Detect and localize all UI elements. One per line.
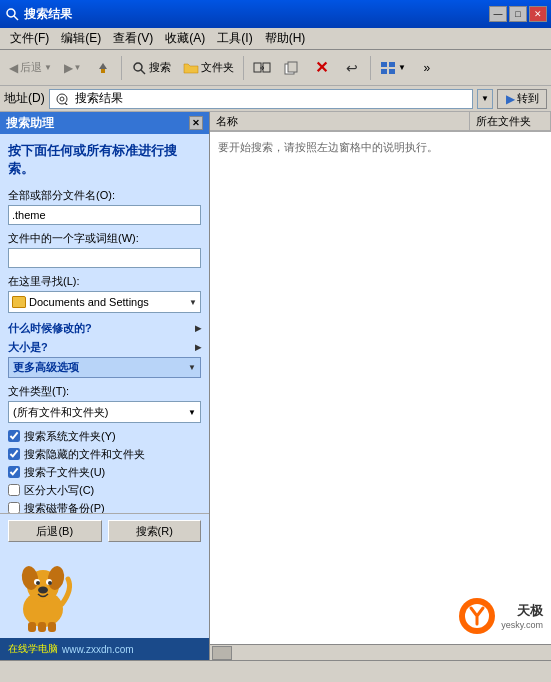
delete-icon: ✕: [315, 58, 328, 77]
checkbox-subfolders-input[interactable]: [8, 466, 20, 478]
location-label: 在这里寻找(L):: [8, 274, 201, 289]
address-dropdown-button[interactable]: ▼: [477, 89, 493, 109]
menu-favorites[interactable]: 收藏(A): [159, 28, 211, 49]
svg-rect-27: [48, 622, 56, 632]
toolbar: ◀ 后退 ▼ ▶ ▼ 搜索 文件夹: [0, 50, 551, 86]
svg-point-13: [57, 94, 67, 104]
address-input[interactable]: 搜索结果: [49, 89, 473, 109]
checkbox-system-files: 搜索系统文件夹(Y): [8, 429, 201, 444]
menu-file[interactable]: 文件(F): [4, 28, 55, 49]
location-value: Documents and Settings: [29, 296, 149, 308]
filetype-dropdown-icon: ▼: [188, 408, 196, 417]
checkbox-tape-backup-input[interactable]: [8, 502, 20, 513]
more-options-section[interactable]: 更多高级选项 ▼: [8, 357, 201, 378]
svg-rect-12: [389, 69, 395, 74]
up-button[interactable]: [89, 54, 117, 82]
checkbox-hidden-files-input[interactable]: [8, 448, 20, 460]
when-modified-arrow-icon: ▶: [195, 324, 201, 333]
size-item[interactable]: 大小是? ▶: [8, 338, 201, 357]
address-folder-icon: [54, 91, 70, 107]
back-button[interactable]: ◀ 后退 ▼: [4, 54, 57, 82]
panel-close-button[interactable]: ✕: [189, 116, 203, 130]
yesky-logo-icon: [457, 596, 497, 636]
title-icon: [4, 6, 20, 22]
copy-button[interactable]: [278, 54, 306, 82]
status-bar: [0, 660, 551, 682]
yesky-chinese: 天极: [517, 602, 543, 620]
back-button[interactable]: 后退(B): [8, 520, 102, 542]
move-icon: [253, 60, 271, 76]
bottom-banner-url: www.zxxdn.com: [62, 644, 134, 655]
file-results-panel: 名称 所在文件夹 要开始搜索，请按照左边窗格中的说明执行。 天极: [210, 112, 551, 660]
checkbox-subfolders-label: 搜索子文件夹(U): [24, 465, 105, 480]
move-button[interactable]: [248, 54, 276, 82]
col-header-name[interactable]: 名称: [210, 112, 470, 130]
go-button[interactable]: ▶ 转到: [497, 89, 547, 109]
views-button[interactable]: ▼: [375, 54, 411, 82]
go-label: 转到: [517, 91, 539, 106]
dog-mascot: [8, 554, 78, 634]
col-location-label: 所在文件夹: [476, 114, 531, 129]
file-list-body: 要开始搜索，请按照左边窗格中的说明执行。: [210, 132, 551, 584]
col-name-label: 名称: [216, 114, 238, 129]
when-modified-item[interactable]: 什么时候修改的? ▶: [8, 319, 201, 338]
title-bar-buttons: — □ ✕: [489, 6, 547, 22]
svg-line-1: [14, 16, 18, 20]
location-group: 在这里寻找(L): Documents and Settings ▼: [8, 274, 201, 313]
checkbox-subfolders: 搜索子文件夹(U): [8, 465, 201, 480]
svg-rect-2: [101, 69, 105, 73]
folder-icon: [183, 60, 199, 76]
horizontal-scrollbar[interactable]: [210, 644, 551, 660]
menu-tools[interactable]: 工具(I): [211, 28, 258, 49]
svg-rect-8: [288, 62, 297, 72]
more-label: 更多高级选项: [13, 360, 79, 375]
search-label: 搜索: [149, 60, 171, 75]
menu-help[interactable]: 帮助(H): [259, 28, 312, 49]
panel-header: 搜索助理 ✕: [0, 112, 209, 134]
yesky-url: yesky.com: [501, 620, 543, 630]
col-header-location[interactable]: 所在文件夹: [470, 112, 551, 130]
scrollbar-thumb[interactable]: [212, 646, 232, 660]
search-icon: [131, 60, 147, 76]
location-dropdown-icon: ▼: [189, 298, 197, 307]
forward-button[interactable]: ▶ ▼: [59, 54, 87, 82]
toolbar-separator-1: [121, 56, 122, 80]
svg-point-23: [48, 581, 52, 585]
title-bar: 搜索结果 — □ ✕: [0, 0, 551, 28]
svg-rect-5: [254, 63, 261, 72]
go-arrow-icon: ▶: [506, 92, 515, 106]
checkbox-case-sensitive-input[interactable]: [8, 484, 20, 496]
folders-button[interactable]: 文件夹: [178, 54, 239, 82]
filetype-dropdown[interactable]: (所有文件和文件夹) ▼: [8, 401, 201, 423]
content-input[interactable]: [8, 248, 201, 268]
undo-button[interactable]: ↩: [338, 54, 366, 82]
minimize-button[interactable]: —: [489, 6, 507, 22]
when-modified-label: 什么时候修改的?: [8, 321, 92, 336]
svg-line-15: [65, 103, 68, 105]
empty-state-text: 要开始搜索，请按照左边窗格中的说明执行。: [218, 141, 438, 153]
panel-body: 按下面任何或所有标准进行搜索。 全部或部分文件名(O): 文件中的一个字或词组(…: [0, 134, 209, 513]
checkbox-hidden-files-label: 搜索隐藏的文件和文件夹: [24, 447, 145, 462]
svg-point-0: [7, 9, 15, 17]
checkbox-system-files-label: 搜索系统文件夹(Y): [24, 429, 116, 444]
search-execute-button[interactable]: 搜索(R): [108, 520, 202, 542]
menu-view[interactable]: 查看(V): [107, 28, 159, 49]
maximize-button[interactable]: □: [509, 6, 527, 22]
search-button[interactable]: 搜索: [126, 54, 176, 82]
checkbox-system-files-input[interactable]: [8, 430, 20, 442]
address-dropdown-icon: ▼: [481, 94, 489, 103]
checkbox-case-sensitive: 区分大小写(C): [8, 483, 201, 498]
toolbar-extend[interactable]: »: [413, 54, 441, 82]
svg-rect-26: [38, 622, 46, 632]
filetype-group: 文件类型(T): (所有文件和文件夹) ▼: [8, 384, 201, 423]
filename-input[interactable]: [8, 205, 201, 225]
forward-arrow-icon: ▶: [64, 61, 73, 75]
window-title: 搜索结果: [24, 6, 489, 23]
delete-button[interactable]: ✕: [308, 54, 336, 82]
location-dropdown[interactable]: Documents and Settings ▼: [8, 291, 201, 313]
svg-point-14: [60, 97, 64, 101]
close-button[interactable]: ✕: [529, 6, 547, 22]
more-dropdown-icon: ▼: [188, 363, 196, 372]
menu-edit[interactable]: 编辑(E): [55, 28, 107, 49]
up-arrow-icon: [95, 60, 111, 76]
